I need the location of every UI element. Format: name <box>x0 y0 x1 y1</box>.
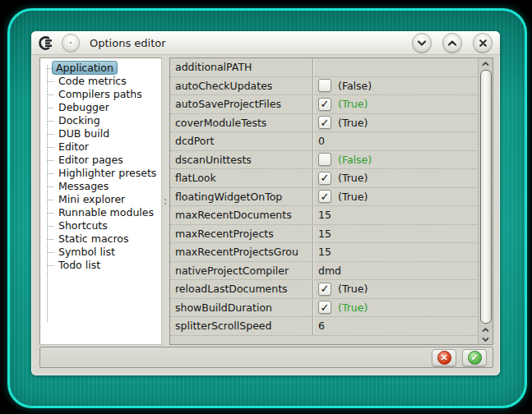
tree-item-dub-build[interactable]: DUB build <box>40 127 161 140</box>
property-row-flatlook[interactable]: flatLook✓(True) <box>170 169 478 188</box>
tree-item-todo-list[interactable]: Todo list <box>40 259 161 272</box>
chevron-down-icon <box>418 40 426 46</box>
property-row-maxrecentprojectsgrou[interactable]: maxRecentProjectsGrou15 <box>170 243 478 262</box>
property-value-cell[interactable]: (False) <box>312 151 478 169</box>
resize-grip[interactable] <box>497 200 498 213</box>
tree-item-runnable-modules[interactable]: Runnable modules <box>40 206 161 219</box>
property-row-splitterscrollspeed[interactable]: splitterScrollSpeed6 <box>170 317 478 336</box>
property-name: dscanUnittests <box>170 151 312 169</box>
property-name: autoSaveProjectFiles <box>170 95 312 113</box>
checkbox-unchecked-icon[interactable] <box>318 153 331 166</box>
property-value-text: (True) <box>338 191 368 203</box>
property-name: dcdPort <box>170 132 312 150</box>
accept-button[interactable]: ✓ <box>462 349 487 366</box>
scrollbar-thumb[interactable] <box>480 70 492 324</box>
property-value-cell[interactable] <box>312 58 478 76</box>
panel-splitter[interactable] <box>162 58 169 345</box>
scroll-up-button-2[interactable] <box>482 325 489 334</box>
window-menu-button[interactable] <box>62 34 80 52</box>
vertical-scrollbar[interactable] <box>478 58 493 344</box>
checkbox-checked-icon[interactable]: ✓ <box>318 190 331 203</box>
property-value-cell[interactable]: ✓(True) <box>312 188 478 206</box>
content-area: ApplicationCode metricsCompilers pathsDe… <box>31 55 500 345</box>
property-value-cell[interactable]: ✓(True) <box>312 299 478 317</box>
chevron-up-icon <box>482 328 489 333</box>
property-value-text: (True) <box>338 98 368 110</box>
tree-item-label: Debugger <box>55 100 113 114</box>
tree-item-label: Docking <box>55 113 104 127</box>
options-editor-window: Options editor ApplicationCode metricsCo… <box>31 31 500 375</box>
property-row-floatingwidgetontop[interactable]: floatingWidgetOnTop✓(True) <box>170 188 478 207</box>
property-name: additionalPATH <box>170 58 312 76</box>
cancel-button[interactable]: ✕ <box>432 349 456 366</box>
close-button[interactable] <box>473 33 493 53</box>
property-name: maxRecentDocuments <box>170 206 312 224</box>
property-value-cell[interactable]: 0 <box>312 132 478 150</box>
property-row-dscanunittests[interactable]: dscanUnittests(False) <box>170 151 478 170</box>
tree-item-compilers-paths[interactable]: Compilers paths <box>40 88 161 101</box>
cancel-icon: ✕ <box>437 351 451 365</box>
tree-item-label: Runnable modules <box>55 205 157 219</box>
maximize-button[interactable] <box>442 33 462 53</box>
tree-item-label: Code metrics <box>55 74 130 88</box>
tree-item-highlighter-presets[interactable]: Highlighter presets <box>40 167 161 180</box>
property-value-cell[interactable]: ✓(True) <box>312 114 478 132</box>
property-row-maxrecentdocuments[interactable]: maxRecentDocuments15 <box>170 206 478 225</box>
tree-item-editor[interactable]: Editor <box>40 140 161 154</box>
tree-item-shortcuts[interactable]: Shortcuts <box>40 219 161 232</box>
checkbox-unchecked-icon[interactable] <box>318 79 331 92</box>
checkbox-checked-icon[interactable]: ✓ <box>318 116 331 129</box>
options-tree[interactable]: ApplicationCode metricsCompilers pathsDe… <box>39 58 162 345</box>
property-name: floatingWidgetOnTop <box>170 188 312 206</box>
property-row-showbuildduration[interactable]: showBuildDuration✓(True) <box>170 299 478 318</box>
tree-item-mini-explorer[interactable]: Mini explorer <box>40 193 161 206</box>
chevron-up-icon <box>482 62 489 67</box>
tree-item-symbol-list[interactable]: Symbol list <box>40 246 161 259</box>
checkbox-checked-icon[interactable]: ✓ <box>318 98 331 111</box>
property-value-text: 15 <box>318 209 331 221</box>
property-value-cell[interactable]: 15 <box>312 225 478 243</box>
property-row-dcdport[interactable]: dcdPort0 <box>170 132 478 151</box>
property-value-cell[interactable]: dmd <box>312 262 478 280</box>
scroll-down-button[interactable] <box>482 334 489 343</box>
tree-item-messages[interactable]: Messages <box>40 180 161 193</box>
dialog-button-bar: ✕ ✓ <box>39 347 493 368</box>
property-row-maxrecentprojects[interactable]: maxRecentProjects15 <box>170 225 478 244</box>
property-row-nativeprojectcompiler[interactable]: nativeProjectCompilerdmd <box>170 262 478 281</box>
property-row-autosaveprojectfiles[interactable]: autoSaveProjectFiles✓(True) <box>170 95 478 114</box>
property-name: autoCheckUpdates <box>170 77 312 95</box>
window-title: Options editor <box>90 37 166 49</box>
titlebar[interactable]: Options editor <box>31 31 500 55</box>
tree-item-application[interactable]: Application <box>40 62 161 75</box>
tree-item-editor-pages[interactable]: Editor pages <box>40 154 161 167</box>
property-value-text: dmd <box>318 264 341 277</box>
close-icon <box>479 39 487 47</box>
property-value-cell[interactable]: (False) <box>312 77 478 95</box>
tree-item-label: Compilers paths <box>55 87 146 101</box>
property-value-text: 15 <box>318 228 331 240</box>
property-row-autocheckupdates[interactable]: autoCheckUpdates(False) <box>170 77 478 96</box>
property-value-cell[interactable]: ✓(True) <box>312 95 478 113</box>
property-value-cell[interactable]: 6 <box>312 317 478 335</box>
property-value-cell[interactable]: 15 <box>312 243 478 261</box>
property-value-cell[interactable]: ✓(True) <box>312 169 478 187</box>
property-value-cell[interactable]: ✓(True) <box>312 280 478 298</box>
property-row-reloadlastdocuments[interactable]: reloadLastDocuments✓(True) <box>170 280 478 299</box>
tree-item-static-macros[interactable]: Static macros <box>40 232 161 246</box>
tree-item-debugger[interactable]: Debugger <box>40 101 161 114</box>
checkbox-checked-icon[interactable]: ✓ <box>318 301 331 314</box>
property-name: maxRecentProjectsGrou <box>170 243 312 261</box>
property-value-cell[interactable]: 15 <box>312 206 478 224</box>
minimize-button[interactable] <box>412 33 432 53</box>
tree-item-label: Todo list <box>55 258 104 272</box>
property-name: flatLook <box>170 169 312 187</box>
checkbox-checked-icon[interactable]: ✓ <box>318 283 331 296</box>
property-row-additionalpath[interactable]: additionalPATH <box>170 58 478 77</box>
scroll-up-button[interactable] <box>482 59 489 68</box>
splitter-grip <box>164 199 166 200</box>
tree-item-docking[interactable]: Docking <box>40 114 161 127</box>
property-value-text: (False) <box>338 80 372 92</box>
property-row-covermoduletests[interactable]: coverModuleTests✓(True) <box>170 114 478 133</box>
checkbox-checked-icon[interactable]: ✓ <box>318 172 331 185</box>
tree-item-code-metrics[interactable]: Code metrics <box>40 75 161 88</box>
